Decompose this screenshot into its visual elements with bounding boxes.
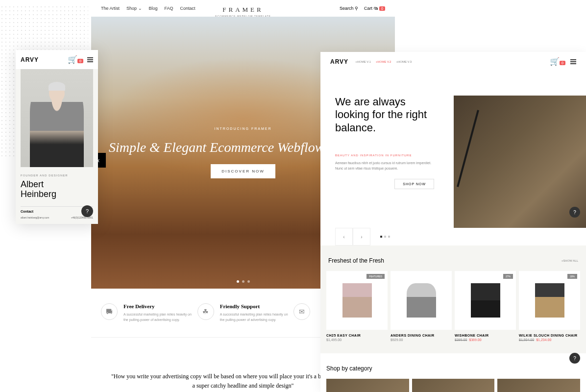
product-card[interactable]: 18% WILKIE SLOUCH DINING CHAIR$1,504.00$… xyxy=(519,271,580,342)
framer-navbar: The Artist Shop ⌄ Blog FAQ Contact FRAME… xyxy=(91,0,395,17)
arvy-hero: We are always looking for the right bala… xyxy=(320,71,586,228)
next-button[interactable]: › xyxy=(353,228,370,245)
support-icon: ☘ xyxy=(197,303,214,320)
hero-description: Aenean faucibus nibh et justo cursus id … xyxy=(335,161,434,171)
slide-indicators[interactable] xyxy=(237,280,250,283)
role-label: FOUNDER AND DESIGNER xyxy=(21,174,93,177)
category-section: Shop by category xyxy=(320,353,586,392)
menu-icon[interactable] xyxy=(87,57,93,62)
help-icon[interactable]: ? xyxy=(569,207,580,218)
hero-eyebrow: INTRODUCING FRAMER xyxy=(215,127,272,130)
section-title: Shop by category xyxy=(326,365,580,372)
product-card[interactable]: ANDERS DINING CHAIR$929.00 xyxy=(391,271,452,342)
section-title: Freshest of the Fresh xyxy=(328,257,384,264)
nav-artist[interactable]: The Artist xyxy=(101,6,120,11)
fresh-section: Freshest of the Fresh +SHOW ALL FEATURED… xyxy=(320,245,586,353)
arvy-logo[interactable]: ARVY xyxy=(330,58,348,65)
featured-badge: FEATURED xyxy=(366,274,385,279)
hero-image xyxy=(454,96,586,228)
hero-headline: We are always looking for the right bala… xyxy=(335,96,434,134)
truck-icon: ⛟ xyxy=(101,303,118,320)
prev-button[interactable]: ‹ xyxy=(335,228,353,245)
shop-now-button[interactable]: SHOP NOW xyxy=(394,179,434,189)
pager-dots[interactable] xyxy=(380,236,390,238)
chair-image xyxy=(535,283,564,318)
mobile-preview: ARVY 🛒0 FOUNDER AND DESIGNER AlbertHeinb… xyxy=(16,50,98,224)
arvy-logo-mobile[interactable]: ARVY xyxy=(21,56,39,63)
show-all-link[interactable]: +SHOW ALL xyxy=(562,259,578,262)
founder-portrait xyxy=(21,69,93,167)
cart-icon[interactable]: 🛒0 xyxy=(68,55,83,64)
chair-image xyxy=(471,283,500,318)
help-icon[interactable]: ? xyxy=(569,353,580,364)
framer-logo[interactable]: FRAMER ECOMMERCE WEBFLOW TEMPLATE xyxy=(215,6,271,18)
cart-link[interactable]: Cart 🛍 0 xyxy=(364,6,385,11)
nav-shop[interactable]: Shop ⌄ xyxy=(126,6,142,11)
hero-eyebrow: BEAUTY AND INSPIRATION IN FURNITURE xyxy=(335,154,434,157)
nav-faq[interactable]: FAQ xyxy=(165,6,173,11)
discount-badge: 27% xyxy=(503,274,513,279)
nav-blog[interactable]: Blog xyxy=(149,6,158,11)
discover-button[interactable]: DISCOVER NOW xyxy=(211,164,275,178)
nav-home2[interactable]: +HOME V.2 xyxy=(376,60,391,63)
nav-home3[interactable]: +HOME V.3 xyxy=(396,60,412,63)
cart-icon[interactable]: 🛒0 xyxy=(550,57,565,66)
founder-name: AlbertHeinberg xyxy=(21,180,93,199)
nav-home1[interactable]: +HOME V.1 xyxy=(355,60,371,63)
nav-contact[interactable]: Contact xyxy=(180,6,195,11)
menu-icon[interactable] xyxy=(570,59,576,64)
arvy-desktop-preview: ARVY +HOME V.1 +HOME V.2 +HOME V.3 🛒0 We… xyxy=(320,52,586,392)
chair-image xyxy=(407,283,436,318)
product-card[interactable]: FEATURED CH25 EASY CHAIR$1,495.00 xyxy=(326,271,388,342)
search-link[interactable]: Search ⚲ xyxy=(340,6,358,11)
discount-badge: 18% xyxy=(567,274,577,279)
chair-image xyxy=(342,283,372,318)
contact-email[interactable]: albert.heinberg@arvy.com xyxy=(21,216,49,219)
slide-pager: ‹ › xyxy=(335,228,571,245)
help-icon[interactable]: ? xyxy=(81,205,93,217)
category-grid[interactable] xyxy=(326,379,580,392)
product-card[interactable]: 27% WISHBONE CHAIR$395.00$369.00 xyxy=(455,271,516,342)
feature-support: ☘ Friendly Support A successful marketin… xyxy=(197,303,289,322)
feature-delivery: ⛟ Free Delivery A successful marketing p… xyxy=(101,303,193,322)
globe-icon: ✉ xyxy=(293,303,310,320)
arvy-navbar: ARVY +HOME V.1 +HOME V.2 +HOME V.3 🛒0 xyxy=(320,52,586,71)
